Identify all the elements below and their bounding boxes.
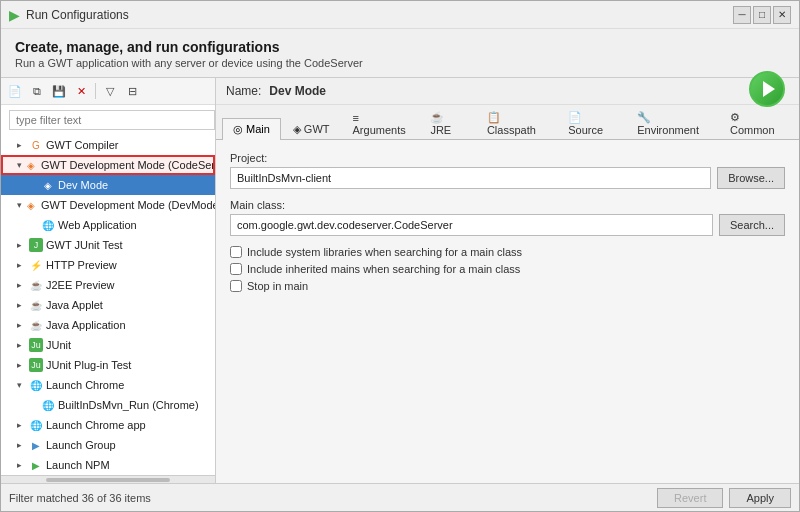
tree-item-builtindsmvn-chrome[interactable]: 🌐 BuiltInDsMvn_Run (Chrome): [1, 395, 215, 415]
tree-item-gwt-junit[interactable]: ▸ J GWT JUnit Test: [1, 235, 215, 255]
expand-arrow: ▸: [17, 340, 27, 350]
tab-gwt[interactable]: ◈GWT: [282, 118, 341, 140]
include-inherited-label: Include inherited mains when searching f…: [247, 263, 520, 275]
j2ee-icon: ☕: [29, 278, 43, 292]
browse-button[interactable]: Browse...: [717, 167, 785, 189]
tab-arguments[interactable]: ≡ Arguments: [342, 107, 419, 140]
header-subtitle: Run a GWT application with any server or…: [15, 57, 785, 69]
checkbox-include-inherited: Include inherited mains when searching f…: [230, 263, 785, 275]
main-class-input[interactable]: [230, 214, 713, 236]
gwt-junit-icon: J: [29, 238, 43, 252]
tree-item-launch-chrome-app[interactable]: ▸ 🌐 Launch Chrome app: [1, 415, 215, 435]
launch-chrome-icon: 🌐: [29, 378, 43, 392]
tree-label: Launch NPM: [46, 459, 110, 471]
filter-area: [1, 105, 215, 135]
revert-button[interactable]: Revert: [657, 488, 723, 508]
tree-label: Launch Chrome: [46, 379, 124, 391]
header-section: Create, manage, and run configurations R…: [1, 29, 799, 77]
tab-source[interactable]: 📄 Source: [557, 106, 625, 140]
launch-chrome-app-icon: 🌐: [29, 418, 43, 432]
run-configurations-window: ▶ Run Configurations ─ □ ✕ Create, manag…: [0, 0, 800, 512]
tab-jre[interactable]: ☕ JRE: [419, 106, 474, 140]
expand-arrow: ▸: [17, 420, 27, 430]
delete-config-button[interactable]: ✕: [71, 81, 91, 101]
filter-input[interactable]: [9, 110, 215, 130]
include-inherited-checkbox[interactable]: [230, 263, 242, 275]
expand-arrow: ▸: [17, 260, 27, 270]
duplicate-config-button[interactable]: ⧉: [27, 81, 47, 101]
tree-item-web-application[interactable]: 🌐 Web Application: [1, 215, 215, 235]
search-button[interactable]: Search...: [719, 214, 785, 236]
gwt-devmode2-icon: ◈: [24, 198, 38, 212]
tree-item-gwt-compiler[interactable]: ▸ G GWT Compiler: [1, 135, 215, 155]
tab-environment[interactable]: 🔧 Environment: [626, 106, 718, 140]
maximize-button[interactable]: □: [753, 6, 771, 24]
tree-item-launch-npm[interactable]: ▸ ▶ Launch NPM: [1, 455, 215, 475]
tree-label: GWT Compiler: [46, 139, 119, 151]
tree-item-junit[interactable]: ▸ Ju JUnit: [1, 335, 215, 355]
tree-item-junit-plugin[interactable]: ▸ Ju JUnit Plug-in Test: [1, 355, 215, 375]
tree-item-java-applet[interactable]: ▸ ☕ Java Applet: [1, 295, 215, 315]
title-bar-left: ▶ Run Configurations: [9, 7, 129, 23]
java-app-icon: ☕: [29, 318, 43, 332]
include-system-label: Include system libraries when searching …: [247, 246, 522, 258]
tree-label: Java Application: [46, 319, 126, 331]
new-config-button[interactable]: 📄: [5, 81, 25, 101]
apply-button[interactable]: Apply: [729, 488, 791, 508]
tree-label: GWT Development Mode (DevMode: [41, 199, 215, 211]
expand-arrow: ▸: [17, 320, 27, 330]
tree-toolbar: 📄 ⧉ 💾 ✕ ▽ ⊟: [1, 78, 215, 105]
header-title: Create, manage, and run configurations: [15, 39, 785, 55]
expand-arrow: [29, 180, 39, 190]
tree-item-gwt-devmode-devmode[interactable]: ▾ ◈ GWT Development Mode (DevMode: [1, 195, 215, 215]
tree-item-java-application[interactable]: ▸ ☕ Java Application: [1, 315, 215, 335]
name-label: Name:: [226, 84, 261, 98]
tab-main[interactable]: ◎Main: [222, 118, 281, 140]
expand-arrow: [29, 220, 39, 230]
gwt-devmode-icon: ◈: [24, 158, 38, 172]
right-panel: Name: Dev Mode ◎Main ◈GWT ≡ Arguments ☕ …: [216, 78, 799, 483]
left-panel: 📄 ⧉ 💾 ✕ ▽ ⊟ ▸ G GWT Compiler: [1, 78, 216, 483]
tree-label: JUnit: [46, 339, 71, 351]
expand-arrow: ▸: [17, 140, 27, 150]
project-input[interactable]: [230, 167, 711, 189]
java-applet-icon: ☕: [29, 298, 43, 312]
junit-plugin-icon: Ju: [29, 358, 43, 372]
tabs-row: ◎Main ◈GWT ≡ Arguments ☕ JRE 📋 Classpath…: [216, 105, 799, 140]
minimize-button[interactable]: ─: [733, 6, 751, 24]
tree-label: Launch Chrome app: [46, 419, 146, 431]
save-config-button[interactable]: 💾: [49, 81, 69, 101]
tree-item-http-preview[interactable]: ▸ ⚡ HTTP Preview: [1, 255, 215, 275]
close-button[interactable]: ✕: [773, 6, 791, 24]
tree-item-dev-mode[interactable]: ◈ Dev Mode: [1, 175, 215, 195]
tree-container[interactable]: ▸ G GWT Compiler ▾ ◈ GWT Development Mod…: [1, 135, 215, 475]
collapse-button[interactable]: ⊟: [122, 81, 142, 101]
run-icon-triangle: [763, 81, 775, 97]
run-button[interactable]: [749, 71, 785, 107]
filter-button[interactable]: ▽: [100, 81, 120, 101]
tree-label: JUnit Plug-in Test: [46, 359, 131, 371]
main-class-input-row: Search...: [230, 214, 785, 236]
junit-icon: Ju: [29, 338, 43, 352]
tab-classpath[interactable]: 📋 Classpath: [476, 106, 556, 140]
dev-mode-icon: ◈: [41, 178, 55, 192]
http-preview-icon: ⚡: [29, 258, 43, 272]
tree-item-gwt-devmode-codeserv[interactable]: ▾ ◈ GWT Development Mode (CodeServ: [1, 155, 215, 175]
tree-label: Java Applet: [46, 299, 103, 311]
checkbox-include-system: Include system libraries when searching …: [230, 246, 785, 258]
tree-item-launch-chrome[interactable]: ▾ 🌐 Launch Chrome: [1, 375, 215, 395]
tree-item-launch-group[interactable]: ▸ ▶ Launch Group: [1, 435, 215, 455]
web-app-icon: 🌐: [41, 218, 55, 232]
bottom-buttons: Revert Apply: [657, 488, 791, 508]
tab-common[interactable]: ⚙ Common: [719, 106, 792, 140]
project-input-row: Browse...: [230, 167, 785, 189]
stop-in-main-checkbox[interactable]: [230, 280, 242, 292]
toolbar-separator: [95, 83, 96, 99]
include-system-checkbox[interactable]: [230, 246, 242, 258]
config-name-value: Dev Mode: [269, 84, 326, 98]
main-class-label: Main class:: [230, 199, 785, 211]
gwt-tab-icon: ◈: [293, 123, 301, 135]
expand-arrow: ▾: [17, 380, 27, 390]
tree-item-j2ee-preview[interactable]: ▸ ☕ J2EE Preview: [1, 275, 215, 295]
expand-arrow: ▸: [17, 460, 27, 470]
